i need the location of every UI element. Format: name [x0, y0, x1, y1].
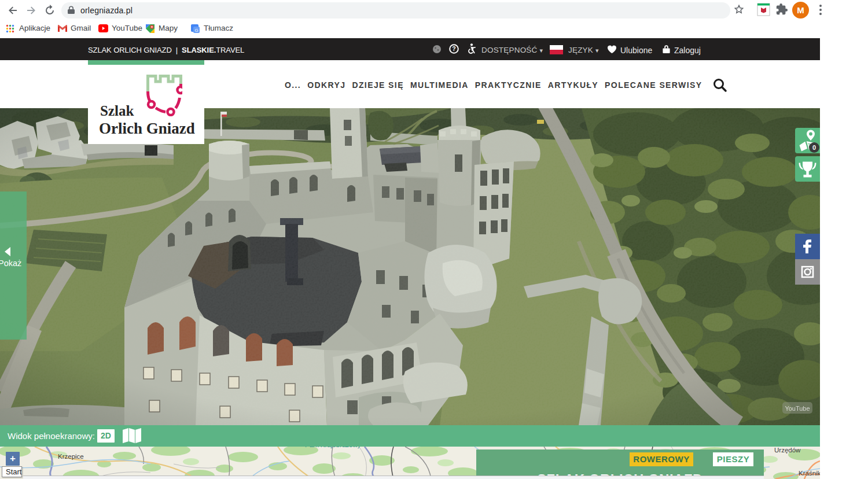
svg-text:YouTube: YouTube: [785, 405, 810, 412]
svg-text:?: ?: [452, 45, 455, 52]
svg-text:G: G: [194, 28, 198, 33]
